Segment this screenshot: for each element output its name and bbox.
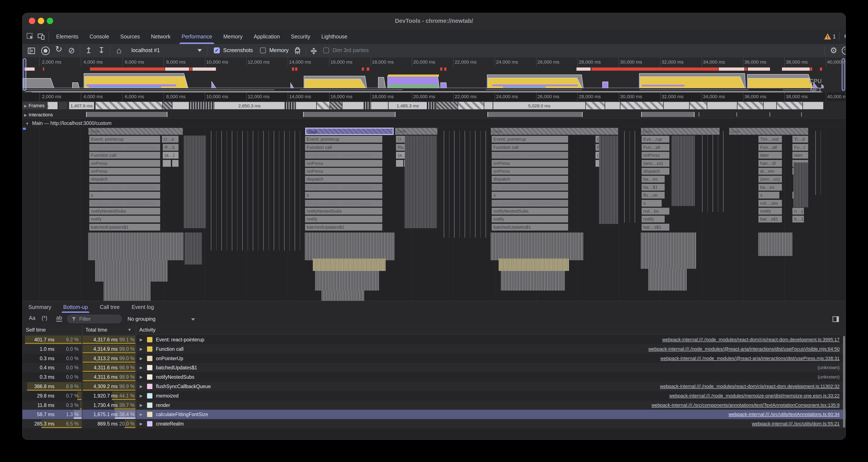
whole-word-toggle[interactable]: ab [56, 315, 62, 322]
flame-bar[interactable]: onPress [492, 160, 568, 167]
flame-bar[interactable]: ba…$1 [641, 184, 665, 191]
flame-bar[interactable]: b…1 [792, 216, 804, 223]
source-link[interactable]: webpack-internal:///./node_modules/react… [662, 335, 840, 344]
frame-segment[interactable] [738, 102, 763, 109]
frames-track-label[interactable]: ▶Frames [23, 102, 48, 109]
details-tab-call-tree[interactable]: Call tree [94, 301, 126, 313]
overview-range-handle-left[interactable] [23, 58, 26, 91]
screenshots-label[interactable]: Screenshots [223, 47, 253, 54]
interactions-track[interactable]: ▶Interactions [23, 110, 845, 119]
flame-bar[interactable]: Fu…l [792, 144, 808, 151]
disclosure-icon[interactable]: ▶ [140, 372, 143, 382]
warning-icon[interactable] [824, 33, 832, 40]
issues-count[interactable]: 1 [833, 29, 836, 44]
frame-segment[interactable] [59, 102, 67, 109]
frame-segment[interactable] [162, 102, 172, 109]
flame-bar[interactable]: Task [729, 128, 808, 135]
flame-bar[interactable]: onPress [492, 168, 568, 175]
frame-segment[interactable] [803, 102, 824, 109]
flame-bar[interactable]: s [492, 192, 568, 199]
disclosure-icon[interactable]: ▶ [140, 419, 143, 428]
flame-bar[interactable]: On ignore list (\…odules\/|^node:) [89, 200, 160, 207]
disclosure-icon[interactable]: ▶ [140, 344, 143, 354]
tab-performance[interactable]: Performance [176, 29, 218, 44]
frame-segment[interactable] [663, 102, 689, 109]
flame-bar[interactable]: s [305, 192, 382, 199]
chevron-down-icon[interactable] [191, 318, 195, 321]
flame-bar[interactable]: dispatch [641, 168, 670, 175]
upload-profile-icon[interactable]: ↥ [84, 46, 93, 55]
inspect-icon[interactable] [26, 33, 34, 40]
frame-segment[interactable] [285, 102, 296, 109]
table-scrollbar-thumb[interactable] [843, 336, 845, 428]
screenshots-checkbox[interactable]: ✓ [214, 47, 220, 54]
frame-segment[interactable] [189, 102, 214, 109]
flame-bar[interactable]: dispatch [89, 175, 160, 183]
flame-bar[interactable]: Function call [305, 144, 382, 151]
flame-bar[interactable]: onPress [89, 168, 160, 175]
source-link[interactable]: webpack-internal:///./node_modules/memoi… [670, 391, 840, 400]
toggle-sidebar-icon[interactable] [28, 47, 35, 55]
table-row[interactable]: 0.4 ms0.0 %4,311.6 ms98.9 %▶batchedUpdat… [23, 363, 845, 372]
flame-bar-selected[interactable]: Task [305, 128, 394, 135]
flame-bar[interactable]: Event: pointerup [305, 136, 382, 143]
flame-bar[interactable]: (ano…us) [758, 175, 782, 183]
source-link[interactable]: webpack-internal:///./node_modules/@reac… [648, 344, 840, 354]
frame-segment[interactable] [764, 102, 776, 109]
collapse-rows-icon[interactable] [309, 46, 318, 55]
flame-bar[interactable]: On ignore list (\…odules\/|^node:) [492, 184, 568, 191]
flame-bar[interactable]: Task [395, 128, 438, 135]
flame-bar[interactable]: han…dl [758, 160, 782, 167]
frame-segment[interactable] [690, 102, 707, 109]
flame-bar[interactable]: ba…es [641, 175, 665, 183]
flame-bar[interactable]: (ano…us) [641, 160, 670, 167]
flame-bar[interactable]: On ignore list (\…odules\/|^node:) [305, 152, 382, 159]
frame-segment[interactable] [317, 102, 330, 109]
flame-bar[interactable]: n…y [792, 207, 804, 215]
interaction-bar[interactable] [303, 112, 396, 117]
garbage-collect-icon[interactable] [293, 46, 302, 55]
home-icon[interactable]: ⌂ [114, 46, 124, 55]
flame-bar[interactable]: bat…s$1 [758, 216, 782, 223]
frame-segment[interactable]: 2,850.3 ms [214, 102, 285, 109]
flame-bar[interactable]: On ignore list (\…odules\/|^node:) [89, 144, 160, 151]
frame-segment[interactable] [586, 102, 604, 109]
details-tab-summary[interactable]: Summary [23, 301, 57, 313]
flame-bar[interactable]: R…s [162, 144, 179, 151]
tab-lighthouse[interactable]: Lighthouse [316, 29, 353, 44]
flame-bar[interactable]: Event: pointerup [89, 136, 160, 143]
details-tab-bottom-up[interactable]: Bottom-up [57, 301, 94, 313]
frame-segment[interactable]: 1,485.3 ms [389, 102, 427, 109]
source-link[interactable]: webpack-internal:///./node_modules/react… [660, 382, 840, 391]
flame-bar[interactable]: s [641, 200, 662, 207]
main-thread-header[interactable]: ▼ Main — http://localhost:3000/custom [23, 119, 845, 127]
flame-bar[interactable]: Function call [492, 144, 568, 151]
flame-bar[interactable]: s [89, 192, 160, 199]
flame-bar[interactable]: later [758, 152, 782, 159]
flame-bar[interactable]: notifyNestedSubs [492, 207, 568, 215]
flame-bar[interactable]: notify [305, 216, 382, 223]
flame-bar[interactable]: dispatch [492, 175, 568, 183]
flame-bar[interactable]: onPress [305, 160, 382, 167]
table-row[interactable]: 285.3 ms6.5 %869.5 ms20.0 %▶createRealmw… [23, 419, 845, 428]
frame-segment[interactable]: 1,407.6 ms [69, 102, 94, 109]
reload-record-icon[interactable]: ↻ [54, 44, 63, 54]
frame-segment[interactable] [437, 102, 458, 109]
flame-bar[interactable]: later [792, 152, 808, 159]
flame-bar[interactable]: On ignore list (\…odules\/|^node:) [305, 200, 382, 207]
flame-bar[interactable]: (a…) [162, 152, 179, 159]
tab-application[interactable]: Application [248, 29, 285, 44]
flame-bar[interactable]: flu…ue [641, 192, 665, 199]
tab-elements[interactable]: Elements [51, 29, 84, 44]
flame-bar[interactable]: Task [641, 128, 720, 135]
frame-segment[interactable]: 5,028.0 ms [493, 102, 585, 109]
tab-console[interactable]: Console [84, 29, 115, 44]
self-time-header[interactable]: Self time [26, 325, 46, 334]
flame-bar[interactable] [396, 160, 403, 167]
sort-descending-icon[interactable]: ▼ [127, 325, 131, 334]
disclosure-icon[interactable]: ▶ [140, 382, 143, 391]
frame-segment[interactable] [330, 102, 342, 109]
tab-network[interactable]: Network [146, 29, 176, 44]
flame-bar[interactable]: On ignore list (\…odules\/|^node:) [492, 152, 568, 159]
flame-bar[interactable] [162, 160, 171, 167]
